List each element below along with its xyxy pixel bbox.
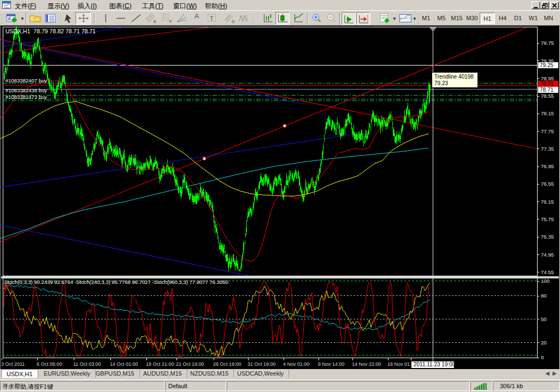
svg-text:78.71: 78.71 — [540, 87, 553, 93]
svg-text:74.95: 74.95 — [541, 252, 554, 258]
svg-text:9 Nov 14:00: 9 Nov 14:00 — [318, 361, 345, 367]
svg-text:18 Oct 21:00: 18 Oct 21:00 — [146, 361, 174, 367]
svg-text:T: T — [210, 15, 214, 22]
svg-text:21 Oct 19:00: 21 Oct 19:00 — [176, 361, 204, 367]
svg-text:26 Oct 19:00: 26 Oct 19:00 — [213, 361, 241, 367]
svg-text:0: 0 — [541, 354, 544, 360]
svg-text:D: D — [232, 19, 235, 24]
svg-text:Trendline 40198: Trendline 40198 — [434, 74, 474, 80]
svg-text:#1083382438 buy: #1083382438 buy — [5, 87, 47, 93]
svg-text:74.55: 74.55 — [541, 269, 554, 275]
svg-text:76.15: 76.15 — [541, 199, 554, 205]
svg-text:6 Oct 05:00: 6 Oct 05:00 — [37, 361, 62, 367]
svg-text:78.15: 78.15 — [541, 110, 554, 116]
svg-text:Stoch(0,3,3) 90.2439 92.6764 -: Stoch(0,3,3) 90.2439 92.6764 -Stoch(240,… — [4, 279, 228, 285]
svg-text:USDX,H1 78.79 78.82 78.71 78.: USDX,H1 78.79 78.82 78.71 78.71 — [5, 28, 96, 34]
svg-text:4 Nov 01:00: 4 Nov 01:00 — [283, 361, 310, 367]
svg-text:77.35: 77.35 — [541, 146, 554, 152]
svg-text:#1083382407 buy: #1083382407 buy — [5, 78, 47, 84]
svg-text:14 Oct 01:00: 14 Oct 01:00 — [110, 361, 138, 367]
svg-text:31 Oct 19:00: 31 Oct 19:00 — [247, 361, 276, 367]
svg-text:11 Oct 03:00: 11 Oct 03:00 — [73, 361, 101, 367]
svg-text:78.55: 78.55 — [541, 93, 554, 99]
svg-text:F: F — [169, 19, 172, 24]
svg-text:77.75: 77.75 — [541, 128, 554, 134]
svg-text:75.75: 75.75 — [541, 216, 554, 222]
svg-text:78.81: 78.81 — [540, 81, 553, 87]
svg-text:80: 80 — [541, 293, 547, 299]
svg-text:#1083382473 buy: #1083382473 buy — [5, 94, 47, 100]
svg-text:2011.11.23 19:00: 2011.11.23 19:00 — [414, 361, 456, 367]
svg-text:20: 20 — [541, 340, 547, 346]
svg-text:79.23: 79.23 — [434, 80, 448, 86]
svg-text:14 Nov 22:00: 14 Nov 22:00 — [352, 361, 381, 367]
svg-text:50: 50 — [541, 316, 547, 322]
svg-text:79.25: 79.25 — [540, 62, 553, 68]
svg-text:3 Oct 2011: 3 Oct 2011 — [1, 361, 25, 367]
svg-text:75.35: 75.35 — [541, 234, 554, 240]
svg-text:E: E — [154, 19, 156, 24]
svg-text:18 Nov 01: 18 Nov 01 — [387, 361, 410, 367]
svg-text:76.55: 76.55 — [541, 181, 554, 187]
svg-text:79.75: 79.75 — [541, 40, 554, 46]
svg-text:100: 100 — [541, 278, 550, 284]
svg-text:76.95: 76.95 — [541, 163, 554, 169]
